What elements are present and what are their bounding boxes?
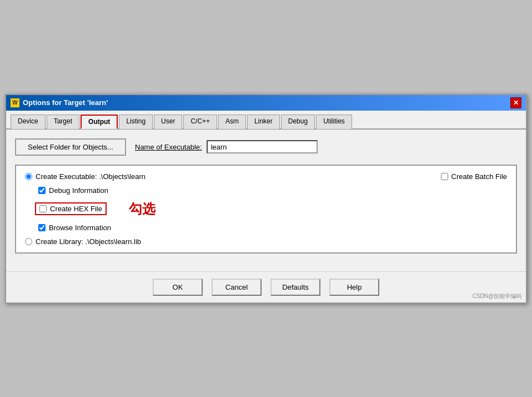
select-folder-button[interactable]: Select Folder for Objects... [15, 138, 126, 156]
dialog-content: Select Folder for Objects... Name of Exe… [6, 130, 526, 271]
create-executable-row: Create Executable: .\Objects\learn Creat… [25, 172, 507, 181]
watermark: CSDN@技能学编码 [473, 292, 522, 300]
create-library-row: Create Library: .\Objects\learn.lib [25, 237, 507, 246]
tab-cpp[interactable]: C/C++ [183, 115, 217, 129]
app-icon: W [11, 98, 19, 107]
tab-target[interactable]: Target [47, 115, 79, 129]
name-of-executable-input[interactable] [207, 140, 318, 153]
ok-button[interactable]: OK [153, 279, 203, 296]
close-button[interactable]: ✕ [510, 97, 521, 108]
tab-bar: Device Target Output Listing User C/C++ … [6, 111, 526, 130]
create-batch-checkbox[interactable] [441, 173, 448, 180]
create-hex-option[interactable]: Create HEX File [35, 202, 107, 215]
title-bar: W Options for Target 'learn' ✕ [6, 95, 526, 111]
debug-information-checkbox[interactable] [38, 187, 46, 194]
create-library-option[interactable]: Create Library: .\Objects\learn.lib [25, 237, 141, 246]
window-title: Options for Target 'learn' [23, 98, 108, 107]
bottom-buttons: OK Cancel Defaults Help [6, 271, 526, 302]
tab-utilities[interactable]: Utilities [316, 115, 352, 129]
tab-output[interactable]: Output [81, 115, 118, 129]
name-of-executable-group: Name of Executable: [135, 140, 318, 153]
browse-information-row: Browse Information [25, 224, 507, 232]
tab-user[interactable]: User [154, 115, 182, 129]
create-batch-area: Create Batch File [441, 172, 507, 181]
create-library-radio[interactable] [25, 238, 32, 245]
create-executable-radio[interactable] [25, 173, 32, 180]
create-hex-row: Create HEX File 勾选 [25, 200, 507, 218]
browse-information-option[interactable]: Browse Information [38, 224, 111, 232]
dialog-window: W Options for Target 'learn' ✕ Device Ta… [5, 94, 527, 304]
defaults-button[interactable]: Defaults [270, 279, 320, 296]
create-hex-checkbox[interactable] [39, 205, 47, 212]
options-group: Create Executable: .\Objects\learn Creat… [15, 165, 517, 254]
tab-listing[interactable]: Listing [119, 115, 153, 129]
tab-linker[interactable]: Linker [247, 115, 280, 129]
debug-information-row: Debug Information [25, 186, 507, 195]
name-of-executable-label: Name of Executable: [135, 143, 202, 151]
top-row: Select Folder for Objects... Name of Exe… [15, 138, 517, 156]
tab-device[interactable]: Device [11, 115, 46, 129]
browse-information-checkbox[interactable] [38, 224, 46, 231]
annotation-text: 勾选 [129, 200, 155, 218]
help-button[interactable]: Help [329, 279, 379, 296]
create-executable-option[interactable]: Create Executable: .\Objects\learn [25, 172, 145, 181]
tab-debug[interactable]: Debug [281, 115, 315, 129]
tab-asm[interactable]: Asm [218, 115, 246, 129]
cancel-button[interactable]: Cancel [212, 279, 262, 296]
debug-information-option[interactable]: Debug Information [38, 186, 108, 195]
